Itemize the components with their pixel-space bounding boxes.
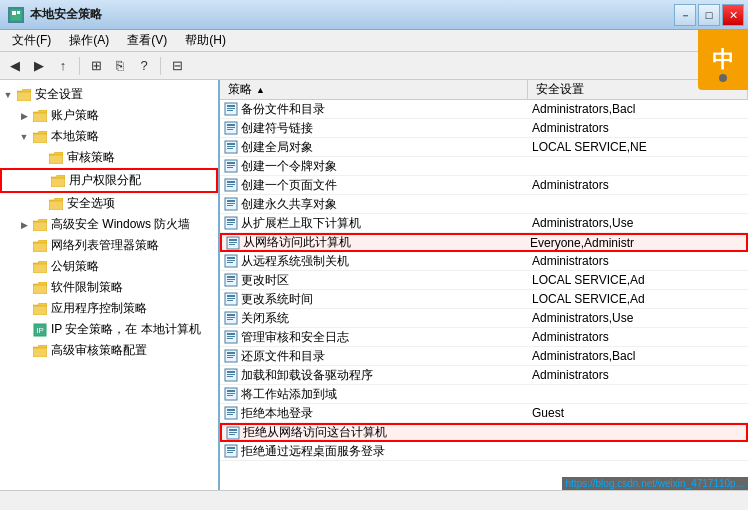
policy-row[interactable]: 将工作站添加到域 (220, 385, 748, 404)
tree-item-user-rights[interactable]: 用户权限分配 (0, 168, 218, 193)
policy-name-cell: 拒绝本地登录 (220, 405, 528, 422)
tree-item-account-policy[interactable]: ▶账户策略 (0, 105, 218, 126)
extra-button[interactable]: ⊟ (166, 55, 188, 77)
policy-row[interactable]: 创建一个页面文件Administrators (220, 176, 748, 195)
svg-rect-22 (227, 124, 235, 126)
tree-expander[interactable] (16, 322, 32, 338)
policy-row[interactable]: 从网络访问此计算机Everyone,Administr (220, 233, 748, 252)
svg-rect-5 (33, 134, 47, 143)
policy-icon (224, 254, 238, 268)
policy-row[interactable]: 拒绝本地登录Guest (220, 404, 748, 423)
tree-item-security-options[interactable]: 安全选项 (0, 193, 218, 214)
tree-item-app-control[interactable]: 应用程序控制策略 (0, 298, 218, 319)
policy-row[interactable]: 从扩展栏上取下计算机Administrators,Use (220, 214, 748, 233)
svg-rect-4 (33, 113, 47, 122)
policy-row[interactable]: 拒绝从网络访问这台计算机 (220, 423, 748, 442)
svg-rect-36 (227, 186, 233, 187)
tree-expander[interactable] (16, 301, 32, 317)
menu-item-file[interactable]: 文件(F) (4, 30, 59, 51)
tree-expander[interactable] (34, 173, 50, 189)
export-button[interactable]: ⎘ (109, 55, 131, 77)
toolbar: ◀ ▶ ↑ ⊞ ⎘ ? ⊟ (0, 52, 748, 80)
policy-row[interactable]: 创建符号链接Administrators (220, 119, 748, 138)
minimize-button[interactable]: － (674, 4, 696, 26)
tree-expander[interactable]: ▼ (0, 87, 16, 103)
svg-rect-46 (229, 239, 237, 241)
tree-expander[interactable] (32, 196, 48, 212)
tree-expander[interactable]: ▶ (16, 217, 32, 233)
svg-rect-3 (17, 92, 31, 101)
svg-rect-24 (227, 129, 233, 130)
policy-icon (224, 102, 238, 116)
policy-setting-cell: Administrators,Bacl (528, 349, 748, 363)
tree-item-audit-policy[interactable]: 审核策略 (0, 147, 218, 168)
menu-item-help[interactable]: 帮助(H) (177, 30, 234, 51)
policy-row[interactable]: 更改系统时间LOCAL SERVICE,Ad (220, 290, 748, 309)
tree-expander[interactable] (32, 150, 48, 166)
policy-row[interactable]: 加载和卸载设备驱动程序Administrators (220, 366, 748, 385)
policy-row[interactable]: 从远程系统强制关机Administrators (220, 252, 748, 271)
tree-expander[interactable] (16, 238, 32, 254)
policy-name-cell: 还原文件和目录 (220, 348, 528, 365)
tree-item-software-restrict[interactable]: 软件限制策略 (0, 277, 218, 298)
policy-column-header[interactable]: 策略 ▲ (220, 80, 528, 99)
maximize-button[interactable]: □ (698, 4, 720, 26)
tree-expander[interactable]: ▶ (16, 108, 32, 124)
policy-setting-cell: Administrators (528, 330, 748, 344)
tree-folder-icon (50, 173, 66, 189)
watermark: 中 (698, 30, 748, 90)
policy-row[interactable]: 管理审核和安全日志Administrators (220, 328, 748, 347)
policy-row[interactable]: 拒绝通过远程桌面服务登录 (220, 442, 748, 461)
policy-name-text: 拒绝从网络访问这台计算机 (243, 424, 387, 441)
svg-rect-83 (227, 412, 235, 413)
tree-panel: ▼安全设置▶账户策略▼本地策略审核策略用户权限分配安全选项▶高级安全 Windo… (0, 80, 220, 490)
tree-item-public-key[interactable]: 公钥策略 (0, 256, 218, 277)
policy-name-text: 还原文件和目录 (241, 348, 325, 365)
policy-name-text: 从网络访问此计算机 (243, 234, 351, 251)
svg-rect-42 (227, 219, 235, 221)
policy-name-cell: 创建一个页面文件 (220, 177, 528, 194)
policy-row[interactable]: 更改时区LOCAL SERVICE,Ad (220, 271, 748, 290)
svg-rect-12 (33, 285, 47, 294)
up-button[interactable]: ↑ (52, 55, 74, 77)
tree-item-advanced-audit[interactable]: 高级审核策略配置 (0, 340, 218, 361)
tree-folder-icon (48, 150, 64, 166)
policy-row[interactable]: 创建永久共享对象 (220, 195, 748, 214)
menu-item-view[interactable]: 查看(V) (119, 30, 175, 51)
tree-item-security-settings[interactable]: ▼安全设置 (0, 84, 218, 105)
tree-item-ip-policy[interactable]: IPIP 安全策略，在 本地计算机 (0, 319, 218, 340)
tree-expander[interactable] (16, 280, 32, 296)
svg-rect-67 (227, 336, 235, 337)
svg-rect-82 (227, 409, 235, 411)
back-button[interactable]: ◀ (4, 55, 26, 77)
svg-rect-76 (227, 376, 233, 377)
policy-icon (226, 426, 240, 440)
svg-rect-62 (227, 314, 235, 316)
forward-button[interactable]: ▶ (28, 55, 50, 77)
tree-item-network-list[interactable]: 网络列表管理器策略 (0, 235, 218, 256)
close-button[interactable]: ✕ (722, 4, 744, 26)
svg-rect-51 (227, 260, 235, 261)
svg-rect-43 (227, 222, 235, 223)
watermark-dot (719, 74, 727, 82)
tree-expander[interactable] (16, 259, 32, 275)
svg-rect-72 (227, 357, 233, 358)
help-button[interactable]: ? (133, 55, 155, 77)
title-bar: 本地安全策略 － □ ✕ (0, 0, 748, 30)
policy-row[interactable]: 创建全局对象LOCAL SERVICE,NE (220, 138, 748, 157)
tree-item-label: 安全选项 (67, 195, 115, 212)
policy-row[interactable]: 备份文件和目录Administrators,Bacl (220, 100, 748, 119)
tree-item-windows-firewall[interactable]: ▶高级安全 Windows 防火墙 (0, 214, 218, 235)
tree-item-label: 公钥策略 (51, 258, 99, 275)
policy-row[interactable]: 创建一个令牌对象 (220, 157, 748, 176)
policy-row[interactable]: 关闭系统Administrators,Use (220, 309, 748, 328)
tree-toggle-button[interactable]: ⊞ (85, 55, 107, 77)
svg-rect-91 (227, 450, 235, 451)
policy-name-cell: 创建永久共享对象 (220, 196, 528, 213)
tree-expander[interactable]: ▼ (16, 129, 32, 145)
tree-item-local-policy[interactable]: ▼本地策略 (0, 126, 218, 147)
policy-row[interactable]: 还原文件和目录Administrators,Bacl (220, 347, 748, 366)
menu-item-action[interactable]: 操作(A) (61, 30, 117, 51)
svg-rect-66 (227, 333, 235, 335)
tree-expander[interactable] (16, 343, 32, 359)
